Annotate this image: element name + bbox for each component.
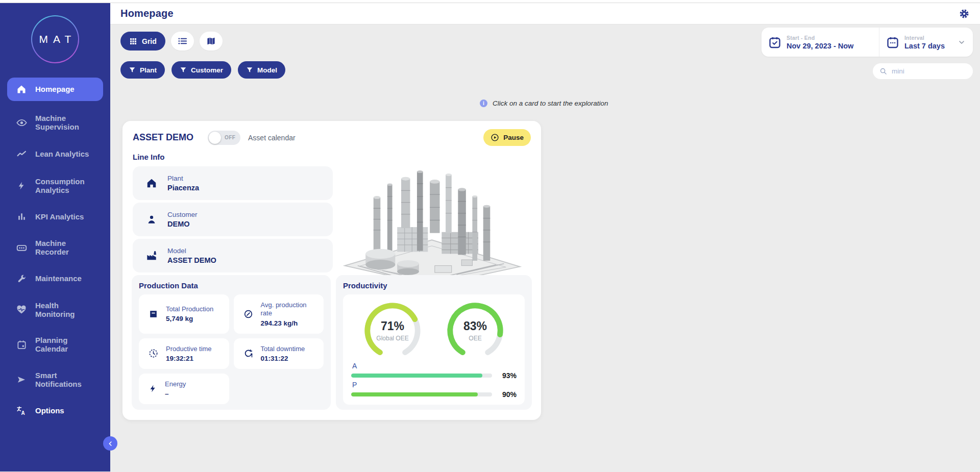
productivity-panel: Productivity 71% Global OEE <box>336 275 532 410</box>
gauge-value: 71% <box>381 319 404 333</box>
interval-select[interactable]: Interval Last 7 days <box>879 35 973 50</box>
funnel-icon <box>129 66 136 73</box>
view-list-button[interactable] <box>171 32 194 51</box>
sidebar-item-label: Planning Calendar <box>35 336 95 354</box>
view-grid-label: Grid <box>142 37 157 45</box>
translate-icon: A <box>15 406 28 416</box>
sidebar-item-smart-notifications[interactable]: Smart Notifications <box>7 366 103 393</box>
pause-button[interactable]: Pause <box>483 129 531 146</box>
sidebar-item-health-monitoring[interactable]: Health Monitoring <box>7 296 103 324</box>
calendar-icon <box>887 36 899 48</box>
sidebar-item-consumption-analytics[interactable]: Consumption Analytics <box>7 172 103 200</box>
sidebar-item-lean-analytics[interactable]: Lean Analytics <box>7 144 103 164</box>
search-value: mini <box>892 67 904 75</box>
map-icon <box>206 36 216 46</box>
tile-avg-production-rate: Avg. production rate 294.23 kg/h <box>234 294 324 334</box>
bar-fill <box>351 374 482 378</box>
filter-label: Model <box>257 66 277 74</box>
sidebar-item-machine-recorder[interactable]: Machine Recorder <box>7 234 103 261</box>
daterange-card: Start - End Nov 29, 2023 - Now Interval … <box>762 28 973 57</box>
sidebar-collapse-button[interactable] <box>103 436 117 451</box>
productivity-card: 71% Global OEE 83% OEE <box>343 294 525 405</box>
chevron-down-icon <box>958 38 966 46</box>
sidebar-item-maintenance[interactable]: Maintenance <box>7 269 103 288</box>
sidebar-item-planning-calendar[interactable]: Planning Calendar <box>7 331 103 358</box>
line-info-label: Plant <box>167 175 199 182</box>
send-icon <box>15 375 28 385</box>
sidebar-item-machine-supervision[interactable]: Machine Supervision <box>7 109 103 136</box>
hint-text: Click on a card to start the exploration <box>493 100 608 107</box>
productivity-heading: Productivity <box>343 281 525 290</box>
sidebar-item-options[interactable]: A Options <box>7 401 103 420</box>
filter-model-button[interactable]: Model <box>238 61 285 79</box>
page-title: Homepage <box>120 8 174 19</box>
toggle-state-label: OFF <box>225 135 235 140</box>
gauge-center: 71% Global OEE <box>362 301 423 361</box>
interval-value: Last 7 days <box>904 42 945 50</box>
bar-label: P <box>352 381 517 389</box>
bar-track <box>351 392 492 396</box>
filter-customer-button[interactable]: Customer <box>172 61 231 79</box>
filter-label: Customer <box>191 66 223 74</box>
bolt-icon <box>15 181 28 191</box>
tile-label: Energy <box>165 380 186 388</box>
sidebar-item-label: Maintenance <box>35 274 82 283</box>
search-input[interactable]: mini <box>873 63 973 79</box>
filter-row: Plant Customer Model <box>120 61 285 79</box>
info-icon: i <box>480 100 487 107</box>
settings-gear-icon[interactable] <box>959 8 970 19</box>
view-grid-button[interactable]: Grid <box>120 32 165 51</box>
view-switch-row: Grid <box>120 32 223 51</box>
production-data-panel: Production Data Total Production 5,749 k… <box>132 275 331 410</box>
oee-bars: A 93% P 90% <box>351 362 517 399</box>
bar-performance: P 90% <box>351 381 517 399</box>
tile-value: – <box>165 390 186 398</box>
tile-total-downtime: Total downtime 01:31:22 <box>234 338 324 369</box>
gauge-center: 83% OEE <box>445 301 506 361</box>
toggle-caption: Asset calendar <box>248 134 296 142</box>
bar-percent: 93% <box>498 371 517 380</box>
sidebar-item-kpi-analytics[interactable]: KPI Analytics <box>7 207 103 226</box>
filter-plant-button[interactable]: Plant <box>120 61 165 79</box>
sidebar-item-label: Machine Recorder <box>35 239 95 257</box>
sidebar-item-label: Machine Supervision <box>35 114 95 132</box>
bar-availability: A 93% <box>351 362 517 380</box>
tile-total-production: Total Production 5,749 kg <box>139 294 229 334</box>
sidebar-item-label: Options <box>35 406 64 415</box>
filter-label: Plant <box>140 66 157 74</box>
sidebar-item-label: Consumption Analytics <box>35 177 95 195</box>
line-info-value: Piacenza <box>167 184 199 192</box>
list-icon <box>178 36 187 46</box>
asset-card[interactable]: ASSET DEMO OFF Asset calendar Pause Line… <box>122 121 541 420</box>
funnel-icon <box>180 66 187 73</box>
wrench-icon <box>15 274 28 284</box>
tile-value: 5,749 kg <box>166 315 213 322</box>
line-info-row-customer: Customer DEMO <box>133 203 333 236</box>
line-info-label: Model <box>167 247 216 255</box>
toggle-knob <box>209 132 221 144</box>
bolt-icon <box>149 384 157 393</box>
oee-gauges: 71% Global OEE 83% OEE <box>351 301 517 361</box>
gauge-caption: Global OEE <box>376 335 408 342</box>
tile-value: 19:32:21 <box>166 355 212 362</box>
gauge-oee: 83% OEE <box>445 301 506 361</box>
daterange-picker[interactable]: Start - End Nov 29, 2023 - Now <box>762 28 879 57</box>
person-icon <box>146 214 157 225</box>
daterange-value: Nov 29, 2023 - Now <box>787 42 853 50</box>
recorder-icon <box>15 242 28 253</box>
daterange-label: Start - End <box>787 35 853 41</box>
play-circle-icon <box>491 133 499 142</box>
eye-icon <box>15 117 28 128</box>
bar-fill <box>351 392 478 396</box>
gauge-global-oee: 71% Global OEE <box>362 301 423 361</box>
sidebar-item-homepage[interactable]: Homepage <box>7 78 103 101</box>
line-info-row-plant: Plant Piacenza <box>133 166 333 200</box>
bar-percent: 90% <box>498 390 517 399</box>
line-info-value: ASSET DEMO <box>167 256 216 264</box>
asset-calendar-toggle[interactable]: OFF <box>208 131 240 145</box>
page-header: Homepage <box>110 3 980 24</box>
view-map-button[interactable] <box>200 32 223 51</box>
exploration-hint: i Click on a card to start the explorati… <box>480 100 608 107</box>
production-tiles: Total Production 5,749 kg Avg. productio… <box>139 294 324 404</box>
home-icon <box>15 84 28 94</box>
